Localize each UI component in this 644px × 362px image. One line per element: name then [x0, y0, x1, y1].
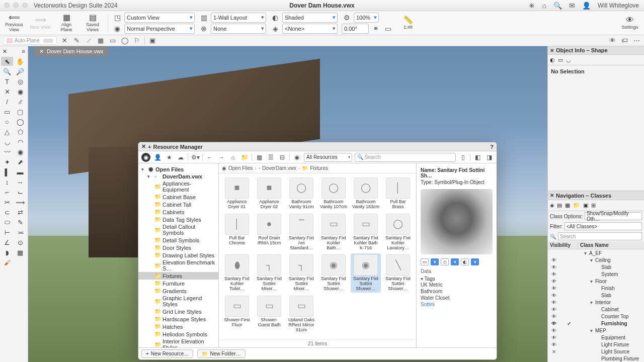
text-tool[interactable]: T	[1, 77, 13, 86]
rm-panel2-icon[interactable]: ◧	[473, 153, 482, 162]
close-obj-info-icon[interactable]: ✕	[550, 48, 554, 53]
rm-panel1-icon[interactable]: ▯	[458, 153, 467, 162]
grid-tool[interactable]: ▦	[14, 248, 26, 257]
arc2-tool[interactable]: ◠	[14, 137, 26, 146]
spiral-tool[interactable]: ◉	[14, 147, 26, 156]
window-controls[interactable]	[4, 3, 28, 8]
circle-tool[interactable]: ○	[1, 117, 13, 126]
nav-tab4-icon[interactable]: 📁	[573, 202, 580, 209]
rm-help-icon[interactable]: ?	[490, 144, 494, 150]
rm-item[interactable]: ╲Sanitary Fixt Sottini Shower…	[383, 253, 413, 293]
rm-filter-select[interactable]: All Resources▾	[304, 153, 352, 162]
none-icon[interactable]: ⊗	[199, 24, 209, 34]
palette-menu-icon[interactable]: ≡	[22, 48, 25, 55]
rm-list-view-icon[interactable]: ☰	[266, 153, 275, 162]
rect-tool[interactable]: ▭	[1, 107, 13, 116]
rm-item[interactable]: ⬮Sanitary Fixt Kohler Toilet…	[222, 253, 252, 293]
rm-tree-item[interactable]: 📁Data Tag Styles	[138, 216, 218, 223]
class-row[interactable]: 👁Light Fixture	[548, 341, 644, 348]
mode-grid-icon[interactable]: ▦	[96, 36, 105, 45]
close-palette-icon[interactable]: ✕	[3, 48, 7, 55]
settings-button[interactable]: 👁Settings	[619, 12, 641, 34]
selection-tool[interactable]: ⬉	[1, 57, 13, 66]
obj-info-header[interactable]: ✕Object Info – Shape	[548, 46, 644, 55]
chamfer-tool[interactable]: ⌙	[14, 188, 26, 197]
search-icon[interactable]: 🔍	[553, 2, 562, 10]
rotation-field[interactable]: 0.00°	[342, 24, 369, 34]
delete-tool[interactable]: ✕	[1, 87, 13, 96]
home-icon[interactable]: ⌂	[542, 2, 546, 10]
rm-home-icon[interactable]: ⌂	[228, 153, 237, 162]
nav-tab2-icon[interactable]: ▤	[557, 202, 562, 209]
rm-cloud-icon[interactable]: ☁	[176, 153, 185, 162]
perspective-select[interactable]: Normal Perspective▾	[124, 24, 195, 34]
mail-icon[interactable]: ✉	[569, 2, 575, 10]
split-tool[interactable]: ✂	[1, 198, 13, 207]
class-row[interactable]: 👁Counter Top	[548, 313, 644, 320]
rm-item[interactable]: ┐Sanitary Fixt Sottini Mixer…	[254, 253, 284, 293]
class-row[interactable]: 👁Finish	[548, 285, 644, 292]
view-mode-select[interactable]: Custom View▾	[124, 13, 195, 23]
align-plane-button[interactable]: ▦Align Plane	[55, 12, 77, 34]
nav-tab3-icon[interactable]: ▦	[565, 202, 570, 209]
class-row[interactable]: 👁▾Interior	[548, 299, 644, 306]
eyedropper-tool[interactable]: ◉	[14, 87, 26, 96]
rm-user-icon[interactable]: 👤	[153, 153, 162, 162]
fillet-tool[interactable]: ⌐	[1, 188, 13, 197]
mode-balloon-icon[interactable]: ◯	[120, 36, 129, 45]
mirror-tool[interactable]: ⇄	[14, 208, 26, 217]
render-select[interactable]: Shaded▾	[282, 13, 338, 23]
class-row[interactable]: 👁✓Furnishing	[548, 320, 644, 327]
render-settings-icon[interactable]: ⚙	[342, 13, 352, 23]
rm-grid-view-icon[interactable]: ▦	[255, 153, 264, 162]
pv-2d-on-icon[interactable]: ▾	[431, 258, 439, 265]
flyover-tool[interactable]: 🔎	[14, 67, 26, 76]
oi-tab1-icon[interactable]: ◐	[550, 57, 555, 63]
view-cube-icon[interactable]: ◳	[112, 13, 122, 23]
arc-tool[interactable]: ◡	[1, 137, 13, 146]
mode-snap-icon[interactable]: ⟋	[84, 36, 93, 45]
class-row[interactable]: ✕Light Source	[548, 348, 644, 355]
rm-tree-item[interactable]: 📁Cabinet Tall	[138, 201, 218, 208]
cloud-icon[interactable]: ⛯	[528, 2, 535, 10]
rm-titlebar[interactable]: ✕ + Resource Manager ?	[138, 142, 497, 151]
class-row[interactable]: 👁System	[548, 270, 644, 278]
rm-item[interactable]: ◉Sanitary Fixt Sottini Shower…	[318, 253, 349, 293]
rm-close-icon[interactable]: ✕	[141, 143, 146, 150]
rm-tree-view-icon[interactable]: ⊟	[278, 153, 287, 162]
pv-3d-on-icon[interactable]: ▾	[451, 258, 459, 265]
rm-tree-item[interactable]: 📁Cabinet Base	[138, 193, 218, 201]
rm-tag[interactable]: Bathroom	[421, 288, 493, 295]
rm-tag[interactable]: Sottini	[421, 301, 493, 308]
pull-tool[interactable]: ↔	[14, 177, 26, 187]
wall-tool[interactable]: ▌	[1, 167, 13, 176]
rm-tree-root[interactable]: ▾◉Open Files	[138, 165, 218, 173]
wall-layout-select[interactable]: 1-Wall Layout▾	[211, 13, 266, 23]
oval-tool[interactable]: ◯	[14, 117, 26, 126]
rm-tree-item[interactable]: 📁Hatches	[138, 323, 218, 330]
rm-tree-item[interactable]: 📁Gradients	[138, 287, 218, 295]
rect-icon[interactable]: ▭	[383, 24, 393, 34]
pv-render-icon[interactable]: ◐	[461, 258, 469, 265]
callout-tool[interactable]: ◗	[1, 248, 13, 257]
rm-target-icon[interactable]: ◉	[292, 153, 301, 162]
rm-tags-label[interactable]: Tags	[425, 276, 435, 282]
oi-tab2-icon[interactable]: ▭	[558, 57, 563, 63]
radial-tool[interactable]: ⊙	[14, 238, 26, 247]
mode-rect-icon[interactable]: ▭	[108, 36, 117, 45]
class-row[interactable]: Plumbing Fixture	[548, 355, 644, 362]
rm-item[interactable]: ◉Sanitary Fixt Sottini Shower…	[351, 253, 381, 293]
locus-tool[interactable]: ✦	[1, 157, 13, 166]
rm-tag[interactable]: UK Metric	[421, 282, 493, 288]
cursor-tool[interactable]: ⬈	[14, 157, 26, 166]
polyline-tool[interactable]: ⬠	[14, 127, 26, 136]
rm-item[interactable]: ◯Sanitary Fixt Kohler Lavatory…	[383, 213, 413, 252]
pv-3d-icon[interactable]: ◇	[441, 258, 449, 265]
dim-tool[interactable]: ⊢	[1, 228, 13, 237]
mode-window-icon[interactable]: ▣	[148, 36, 157, 45]
push-tool[interactable]: ↕	[1, 177, 13, 187]
rm-item[interactable]: ●Roof Drain IRMA 15cm	[254, 213, 284, 252]
nav-tab6-icon[interactable]: ⊞	[591, 202, 596, 209]
auto-plane-toggle[interactable]: Auto-Plane	[3, 36, 57, 45]
nav-search-input[interactable]: Search	[558, 232, 642, 240]
